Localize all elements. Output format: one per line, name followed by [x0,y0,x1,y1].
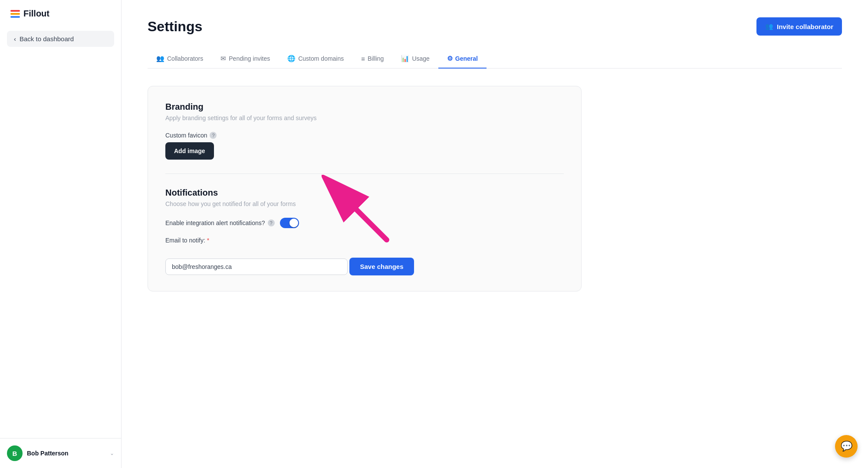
add-image-button[interactable]: Add image [165,142,214,160]
save-changes-button[interactable]: Save changes [349,258,414,275]
toggle-track [280,218,299,228]
tab-billing-label: Billing [368,55,384,62]
tab-custom-domains-label: Custom domains [298,55,344,62]
tab-general-label: General [455,55,478,62]
tabs: 👥 Collaborators ✉ Pending invites 🌐 Cust… [148,49,842,69]
page-title: Settings [148,19,202,35]
tab-usage-label: Usage [412,55,429,62]
collaborators-icon: 👥 [156,55,164,62]
toggle-row: Enable integration alert notifications? … [165,218,564,228]
tab-custom-domains[interactable]: 🌐 Custom domains [279,49,352,69]
branding-section: Branding Apply branding settings for all… [165,102,564,160]
user-name: Bob Patterson [27,450,105,457]
tab-collaborators[interactable]: 👥 Collaborators [148,49,212,69]
settings-card: Branding Apply branding settings for all… [148,86,582,291]
notifications-description: Choose how you get notified for all of y… [165,200,564,207]
back-label: Back to dashboard [20,35,74,43]
notifications-title: Notifications [165,188,564,198]
chevron-down-icon: ⌄ [110,450,114,456]
logo-icon [10,10,20,18]
chevron-left-icon: ‹ [14,35,16,43]
users-icon: 👥 [765,23,773,30]
avatar: B [7,445,23,461]
sidebar: Fillout ‹ Back to dashboard B Bob Patter… [0,0,122,468]
page-header: Settings 👥 Invite collaborator [148,17,842,36]
tab-collaborators-label: Collaborators [167,55,203,62]
billing-icon: ≡ [361,55,365,62]
save-changes-label: Save changes [360,263,403,270]
branding-description: Apply branding settings for all of your … [165,115,564,121]
branding-title: Branding [165,102,564,112]
chat-icon: 💬 [841,441,852,452]
favicon-help-icon[interactable]: ? [210,132,217,139]
toggle-thumb [289,219,298,227]
section-divider [165,173,564,174]
add-image-label: Add image [174,147,205,154]
email-input[interactable] [165,259,348,275]
general-icon: ⚙ [447,55,453,62]
toggle-help-icon[interactable]: ? [268,219,275,226]
toggle-label: Enable integration alert notifications? … [165,219,275,226]
invite-collaborator-button[interactable]: 👥 Invite collaborator [756,17,842,36]
tab-billing[interactable]: ≡ Billing [352,50,392,69]
pink-arrow-annotation [322,175,400,244]
tab-pending-invites-label: Pending invites [229,55,270,62]
logo-area: Fillout [0,0,121,27]
logo-text: Fillout [23,9,49,19]
email-label: Email to notify: * [165,237,564,244]
usage-icon: 📊 [401,55,409,62]
back-to-dashboard-button[interactable]: ‹ Back to dashboard [7,31,114,47]
custom-domains-icon: 🌐 [287,55,296,62]
tab-usage[interactable]: 📊 Usage [392,49,438,69]
chat-button[interactable]: 💬 [835,435,858,458]
required-indicator: * [207,237,209,244]
notifications-section: Notifications Choose how you get notifie… [165,188,564,275]
favicon-label: Custom favicon ? [165,132,564,139]
integration-alert-toggle[interactable] [280,218,299,228]
tab-general[interactable]: ⚙ General [438,49,487,69]
tab-pending-invites[interactable]: ✉ Pending invites [212,49,279,69]
invite-btn-label: Invite collaborator [777,23,833,30]
user-area[interactable]: B Bob Patterson ⌄ [0,438,121,468]
pending-invites-icon: ✉ [220,55,226,62]
main-content: Settings 👥 Invite collaborator 👥 Collabo… [122,0,868,468]
